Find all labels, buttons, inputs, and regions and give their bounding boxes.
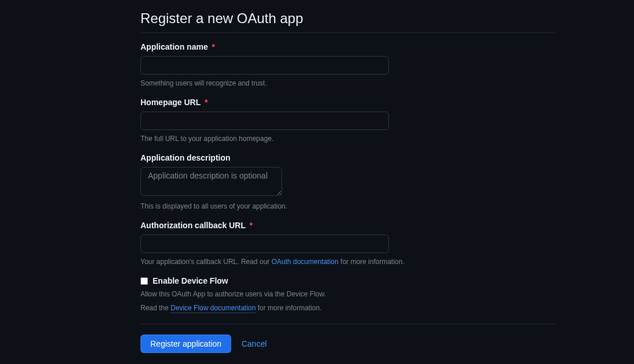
form-group-app-name: Application name * Something users will … bbox=[140, 42, 557, 88]
required-marker: * bbox=[250, 221, 253, 230]
cancel-link[interactable]: Cancel bbox=[242, 339, 267, 348]
device-flow-help-line2: Read the Device Flow documentation for m… bbox=[140, 303, 557, 313]
form-divider bbox=[140, 324, 557, 324]
label-text: Homepage URL bbox=[140, 98, 201, 107]
help-prefix: Your application's callback URL. Read ou… bbox=[140, 258, 272, 266]
homepage-url-label: Homepage URL * bbox=[140, 98, 557, 107]
homepage-url-input[interactable] bbox=[140, 112, 389, 130]
label-text: Authorization callback URL bbox=[140, 221, 246, 230]
form-group-callback-url: Authorization callback URL * Your applic… bbox=[140, 221, 557, 267]
required-marker: * bbox=[205, 98, 207, 107]
callback-url-help: Your application's callback URL. Read ou… bbox=[140, 257, 557, 267]
device-flow-checkbox-row: Enable Device Flow bbox=[140, 276, 557, 285]
form-group-app-description: Application description This is displaye… bbox=[140, 153, 557, 211]
help-suffix: for more information. bbox=[339, 258, 405, 266]
form-group-device-flow: Enable Device Flow Allow this OAuth App … bbox=[140, 276, 557, 313]
oauth-app-form: Register a new OAuth app Application nam… bbox=[140, 0, 557, 353]
required-marker: * bbox=[212, 42, 215, 51]
help-prefix: Read the bbox=[140, 304, 170, 312]
homepage-url-help: The full URL to your application homepag… bbox=[140, 133, 557, 144]
page-title: Register a new OAuth app bbox=[140, 10, 557, 33]
device-flow-label: Enable Device Flow bbox=[153, 276, 228, 285]
callback-url-input[interactable] bbox=[140, 235, 389, 253]
help-suffix: for more information. bbox=[255, 304, 321, 312]
form-actions: Register application Cancel bbox=[140, 335, 557, 353]
device-flow-help-line1: Allow this OAuth App to authorize users … bbox=[140, 289, 557, 299]
app-name-label: Application name * bbox=[140, 42, 557, 51]
app-description-help: This is displayed to all users of your a… bbox=[140, 201, 557, 211]
device-flow-checkbox[interactable] bbox=[140, 277, 148, 285]
app-description-textarea[interactable] bbox=[140, 167, 282, 196]
device-flow-docs-link[interactable]: Device Flow documentation bbox=[170, 304, 255, 312]
form-group-homepage-url: Homepage URL * The full URL to your appl… bbox=[140, 98, 557, 144]
app-name-input[interactable] bbox=[140, 56, 389, 75]
app-description-label: Application description bbox=[140, 153, 557, 162]
app-name-help: Something users will recognize and trust… bbox=[140, 78, 557, 88]
callback-url-label: Authorization callback URL * bbox=[140, 221, 557, 230]
oauth-docs-link[interactable]: OAuth documentation bbox=[272, 258, 339, 266]
label-text: Application name bbox=[140, 42, 208, 51]
register-application-button[interactable]: Register application bbox=[140, 335, 231, 353]
